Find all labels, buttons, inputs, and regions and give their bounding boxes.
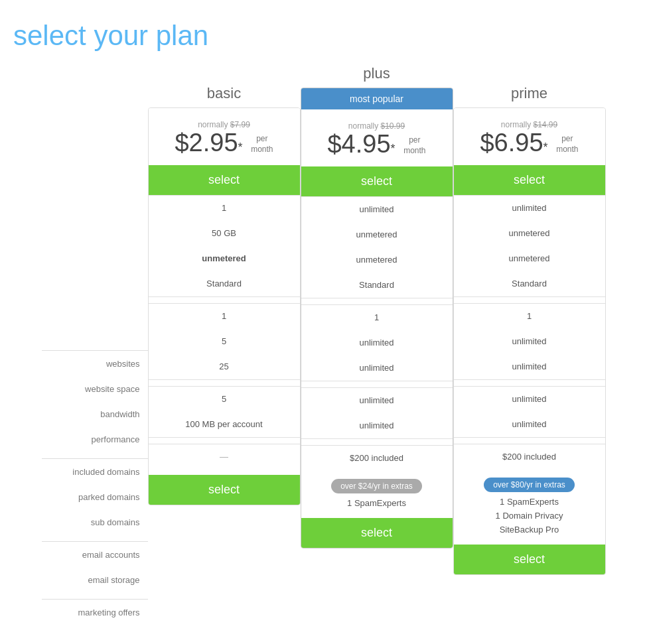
basic-features-email-group: 5 100 MB per account bbox=[149, 386, 300, 437]
plans-wrapper: websites website space bandwidth perform… bbox=[25, 78, 622, 625]
basic-performance: Standard bbox=[149, 271, 300, 296]
plus-features-domains-group: 1 unlimited unlimited bbox=[301, 304, 453, 381]
prime-extras-badge: over $80/yr in extras bbox=[484, 478, 575, 492]
plus-website-space: unmetered bbox=[301, 222, 453, 247]
basic-sub-domains: 25 bbox=[149, 354, 300, 379]
prime-websites: unlimited bbox=[454, 196, 605, 221]
basic-websites: 1 bbox=[149, 196, 300, 221]
basic-plan-card: normally $7.99 $2.95* permonth select 1 … bbox=[148, 107, 301, 505]
plus-marketing-offers: $200 included bbox=[301, 446, 453, 471]
label-email-accounts: email accounts bbox=[42, 542, 148, 567]
plan-basic: basic normally $7.99 $2.95* permonth sel… bbox=[148, 78, 301, 505]
plus-normally: normally $10.99 bbox=[308, 121, 446, 131]
prime-price: $6.95* permonth bbox=[461, 129, 599, 157]
plus-price: $4.95* permonth bbox=[308, 131, 446, 159]
prime-original-price: $14.99 bbox=[534, 120, 558, 129]
prime-features-websites-group: unlimited unmetered unmetered Standard bbox=[454, 195, 605, 296]
plus-bandwidth: unmetered bbox=[301, 247, 453, 273]
plan-prime: prime normally $14.99 $6.95* permonth se… bbox=[453, 78, 606, 575]
prime-sub-domains: unlimited bbox=[454, 354, 605, 379]
feature-labels-column: websites website space bandwidth perform… bbox=[42, 78, 148, 625]
basic-parked-domains: 5 bbox=[149, 329, 300, 354]
prime-plan-name: prime bbox=[453, 78, 606, 107]
plus-performance: Standard bbox=[301, 273, 453, 298]
basic-features-marketing-group: — bbox=[149, 444, 300, 470]
label-bandwidth: bandwidth bbox=[42, 401, 148, 426]
basic-bandwidth: unmetered bbox=[149, 246, 300, 271]
prime-price-section: normally $14.99 $6.95* permonth bbox=[454, 108, 605, 165]
prime-extra-item-1: 1 Domain Privacy bbox=[461, 509, 599, 523]
plus-asterisk: * bbox=[391, 142, 395, 155]
basic-marketing-offers: — bbox=[149, 444, 300, 470]
plus-included-domains: 1 bbox=[301, 305, 453, 330]
basic-select-top-button[interactable]: select bbox=[149, 165, 300, 195]
prime-included-domains: 1 bbox=[454, 304, 605, 329]
plus-select-bottom-button[interactable]: select bbox=[301, 518, 453, 548]
plus-original-price: $10.99 bbox=[381, 121, 405, 131]
prime-extra-item-2: SiteBackup Pro bbox=[461, 523, 599, 537]
plus-features-marketing-group: $200 included bbox=[301, 445, 453, 471]
plan-plus: plus most popular normally $10.99 $4.95*… bbox=[301, 58, 453, 548]
prime-asterisk: * bbox=[543, 141, 548, 154]
page-title: select your plan bbox=[13, 20, 634, 52]
most-popular-badge: most popular bbox=[301, 88, 453, 109]
label-sub-domains: sub domains bbox=[42, 509, 148, 535]
basic-email-storage: 100 MB per account bbox=[149, 412, 300, 437]
basic-included-domains: 1 bbox=[149, 304, 300, 329]
plus-extras-section: over $24/yr in extras 1 SpamExperts bbox=[301, 471, 453, 515]
basic-price-section: normally $7.99 $2.95* permonth bbox=[149, 108, 300, 165]
plus-websites: unlimited bbox=[301, 197, 453, 222]
plus-extra-item-0: 1 SpamExperts bbox=[308, 496, 446, 510]
basic-features-domains-group: 1 5 25 bbox=[149, 303, 300, 379]
basic-asterisk: * bbox=[238, 141, 243, 154]
basic-plan-name: basic bbox=[148, 78, 301, 107]
basic-original-price: $7.99 bbox=[230, 120, 250, 129]
plus-email-accounts: unlimited bbox=[301, 388, 453, 413]
prime-features-marketing-group: $200 included bbox=[454, 444, 605, 470]
label-websites: websites bbox=[42, 351, 148, 376]
prime-normally: normally $14.99 bbox=[461, 120, 599, 129]
prime-select-top-button[interactable]: select bbox=[454, 165, 605, 195]
plus-features-websites-group: unlimited unmetered unmetered Standard bbox=[301, 196, 453, 298]
plus-select-top-button[interactable]: select bbox=[301, 166, 453, 196]
label-email-storage: email storage bbox=[42, 567, 148, 592]
prime-bandwidth: unmetered bbox=[454, 246, 605, 271]
prime-features-email-group: unlimited unlimited bbox=[454, 386, 605, 437]
plus-per-month: permonth bbox=[403, 135, 425, 156]
plus-plan-name: plus bbox=[301, 58, 453, 88]
prime-marketing-offers: $200 included bbox=[454, 444, 605, 470]
prime-email-storage: unlimited bbox=[454, 412, 605, 437]
basic-per-month: permonth bbox=[251, 134, 273, 155]
basic-select-bottom-button[interactable]: select bbox=[149, 475, 300, 505]
basic-normally: normally $7.99 bbox=[155, 120, 293, 129]
plus-parked-domains: unlimited bbox=[301, 330, 453, 355]
prime-website-space: unmetered bbox=[454, 221, 605, 246]
basic-price: $2.95* permonth bbox=[155, 129, 293, 157]
basic-features-websites-group: 1 50 GB unmetered Standard bbox=[149, 195, 300, 296]
prime-email-accounts: unlimited bbox=[454, 387, 605, 412]
label-marketing-offers: marketing offers bbox=[42, 600, 148, 625]
prime-select-bottom-button[interactable]: select bbox=[454, 545, 605, 574]
plus-price-section: normally $10.99 $4.95* permonth bbox=[301, 109, 453, 166]
prime-plan-card: normally $14.99 $6.95* permonth select u… bbox=[453, 107, 606, 575]
prime-parked-domains: unlimited bbox=[454, 329, 605, 354]
label-included-domains: included domains bbox=[42, 459, 148, 484]
basic-email-accounts: 5 bbox=[149, 387, 300, 412]
prime-extra-item-0: 1 SpamExperts bbox=[461, 495, 599, 509]
plus-sub-domains: unlimited bbox=[301, 355, 453, 381]
label-website-space: website space bbox=[42, 376, 148, 401]
plus-plan-card: most popular normally $10.99 $4.95* perm… bbox=[301, 88, 453, 548]
prime-per-month: permonth bbox=[556, 134, 578, 155]
prime-performance: Standard bbox=[454, 271, 605, 296]
plus-extras-badge: over $24/yr in extras bbox=[331, 479, 422, 493]
prime-extras-section: over $80/yr in extras 1 SpamExperts 1 Do… bbox=[454, 470, 605, 542]
label-performance: performance bbox=[42, 426, 148, 452]
plus-features-email-group: unlimited unlimited bbox=[301, 387, 453, 438]
label-parked-domains: parked domains bbox=[42, 484, 148, 509]
basic-website-space: 50 GB bbox=[149, 221, 300, 246]
plus-email-storage: unlimited bbox=[301, 413, 453, 438]
prime-features-domains-group: 1 unlimited unlimited bbox=[454, 303, 605, 379]
